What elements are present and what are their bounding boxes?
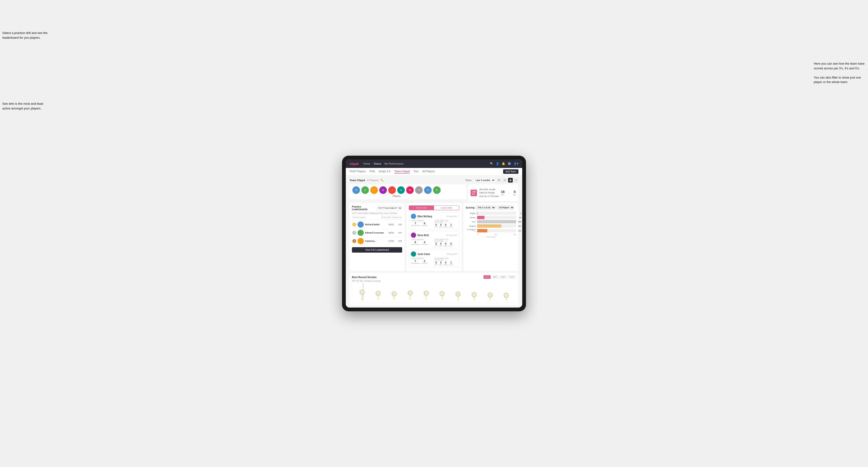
bar-value-Pars: 499 <box>518 221 521 223</box>
bar-value-Eagles: 3 <box>520 212 521 214</box>
team-title: Team Clippd 14 Players ✏️ <box>349 179 384 182</box>
bar-container-Pars: 499 <box>477 220 516 223</box>
leaderboard-header: Practice Leaderboards PUTT Must Make Put… <box>352 206 402 211</box>
period-select[interactable]: Last 3 months Last 6 months Last year <box>473 178 495 183</box>
view-full-leaderboard-button[interactable]: View Full Leaderboard <box>352 247 402 253</box>
streak-dot-7: 4x <box>472 292 476 297</box>
nav-teams[interactable]: Teams <box>374 162 381 165</box>
player-1-rounds-nums: 7 Tournament 6 Practice <box>411 222 434 226</box>
player-3-activities-group: Total Practice Activities 0 OTT 0 APP <box>434 257 457 266</box>
nav-home[interactable]: Home <box>363 162 370 165</box>
bar-row-bogeys: Bogeys311 <box>466 224 516 228</box>
streak-dot-5: 4x <box>440 291 444 296</box>
bar-container-D. Bogeys +: 131 <box>477 229 516 232</box>
three-col-section: Practice Leaderboards PUTT Must Make Put… <box>349 203 519 271</box>
scoring-card: Scoring Par 3, 4 & 5s Par 3s Par 4s Par … <box>464 203 519 271</box>
yds-end-label: yds <box>513 194 516 196</box>
lb-col-headers: PLAYER NAME PB SCORE PB AVG SQ <box>352 216 402 220</box>
player-avatar-4[interactable]: B <box>379 186 387 194</box>
bell-icon[interactable]: 🔔 <box>502 162 505 165</box>
player-avatar-7[interactable]: M <box>406 186 414 194</box>
player-1-app: 0 APP <box>439 224 442 228</box>
view-list[interactable]: ≡ <box>514 178 519 183</box>
yds-divider: → <box>507 191 511 195</box>
streak-filter-app[interactable]: APP <box>492 275 499 279</box>
user-icon[interactable]: 👤 <box>496 162 499 165</box>
player-1-rounds-label: Total Rounds <box>411 220 434 221</box>
streak-filters: OTT APP ARG PUTT <box>484 275 516 279</box>
lb-avatar-1 <box>358 221 364 228</box>
active-player-2-header: Rees Britt 02 Sep 2023 <box>411 232 457 238</box>
player-3-practice: 2 Practice <box>422 260 427 264</box>
subnav-hcaps[interactable]: Hcaps 1-5 <box>379 170 391 174</box>
show-label: Show: <box>465 179 472 182</box>
bar-row-pars: Pars499 <box>466 220 516 223</box>
profile-icon[interactable]: 👤▾ <box>514 162 519 165</box>
active-player-3-header: Josh Coles 26 Aug 2023 <box>411 251 457 257</box>
player-avatar-3[interactable]: C <box>370 186 378 194</box>
most-active-tab[interactable]: Most Active <box>409 206 434 210</box>
most-active-card: Most Active Least Active Blair McHarg 26… <box>406 203 461 271</box>
least-active-tab[interactable]: Least Active <box>434 206 459 210</box>
nav-performance[interactable]: My Performance <box>384 162 404 165</box>
drill-select[interactable]: PUTT Must Make Putting... <box>376 206 402 210</box>
streak-point-8: 3x <box>488 293 493 300</box>
main-content: Team Clippd 14 Players ✏️ Show: Last 3 m… <box>346 176 522 308</box>
active-player-3-date: 26 Aug 2023 <box>446 253 457 255</box>
rank-badge-1: 1 <box>352 223 356 226</box>
bar-label-Birdies: Birdies <box>466 217 476 219</box>
player-1-ott: 0 OTT <box>434 224 438 228</box>
par-filter-select[interactable]: Par 3, 4 & 5s Par 3s Par 4s Par 5s <box>476 206 496 210</box>
player-avatar-10[interactable]: D <box>433 186 441 194</box>
player-3-tournament: 7 Tournament <box>411 260 420 264</box>
active-player-1-stats: Total Rounds 7 Tournament 6 Practice <box>411 220 457 228</box>
player-3-activities-label: Total Practice Activities <box>434 257 457 261</box>
player-avatar-8[interactable]: T <box>415 186 423 194</box>
player-avatar-5[interactable]: J <box>388 186 396 194</box>
lb-score-2: 18/20 <box>389 231 394 234</box>
subnav-pgat[interactable]: PGAT Players <box>349 170 366 174</box>
edit-icon[interactable]: ✏️ <box>380 179 384 182</box>
subnav-tour[interactable]: Tour <box>413 170 418 174</box>
lb-row-1: 1 Richard Butler 19/20 110 <box>352 220 402 229</box>
annotation-bottom-left: See who is the most and least active amo… <box>2 101 50 111</box>
bar-container-Birdies: 96 <box>477 216 516 219</box>
bar-label-Eagles: Eagles <box>466 212 476 214</box>
yds-start-box: 16 yds <box>501 190 505 196</box>
shot-yds: 16 yds → 0 yds <box>501 190 516 196</box>
lb-col-playername: PLAYER NAME <box>352 216 380 218</box>
player-filter-select[interactable]: All Players <box>497 206 514 210</box>
player-2-activities-group: Total Practice Activities 0 OTT 0 APP <box>434 239 457 247</box>
streak-dot-2: 6x <box>392 291 397 296</box>
player-avatar-2[interactable]: E <box>361 186 369 194</box>
active-player-2-avatar <box>411 232 416 238</box>
view-grid2[interactable]: ⊞ <box>497 178 501 183</box>
streak-line-1 <box>378 296 378 300</box>
player-avatar-1[interactable]: R <box>352 186 360 194</box>
shot-start-lie: Start Lie: Rough <box>479 191 499 194</box>
axis-200: 200 <box>494 234 497 236</box>
bar-row-eagles: Eagles3 <box>466 212 516 215</box>
settings-icon[interactable]: ⚙️ <box>507 162 511 165</box>
lb-row-2: 2 Edward Crossman 18/20 107 <box>352 229 402 237</box>
add-team-button[interactable]: Add Team <box>503 169 519 174</box>
view-card[interactable]: ▣ <box>508 178 513 183</box>
streak-filter-ott[interactable]: OTT <box>484 275 491 279</box>
streaks-chart: % A, Fairway Accuracy 7x6x6x5x5x4x4x4x3x… <box>352 284 516 303</box>
player-avatar-9[interactable]: S <box>424 186 432 194</box>
shot-end-lie: End Lie: In The Hole <box>479 195 499 198</box>
subnav-allplayers[interactable]: All Players <box>423 170 435 174</box>
bar-chart: Eagles3Birdies96Pars499Bogeys311D. Bogey… <box>466 212 516 233</box>
player-avatar-6[interactable]: A <box>397 186 405 194</box>
streak-point-0: 7x <box>360 290 365 300</box>
search-icon[interactable]: 🔍 <box>490 162 493 165</box>
active-player-2-date: 02 Sep 2023 <box>446 234 457 236</box>
subnav-pga[interactable]: PGA <box>370 170 375 174</box>
subnav-teamclippd[interactable]: Team Clippd <box>394 170 410 174</box>
streak-filter-putt[interactable]: PUTT <box>508 275 516 279</box>
lb-avatar-2 <box>358 230 364 236</box>
view-grid3[interactable]: ⊟ <box>502 178 507 183</box>
lb-row-3: 3 Cameron... 17/20 103 <box>352 237 402 245</box>
streak-point-9: 3x <box>504 293 508 300</box>
streak-filter-arg[interactable]: ARG <box>500 275 507 279</box>
